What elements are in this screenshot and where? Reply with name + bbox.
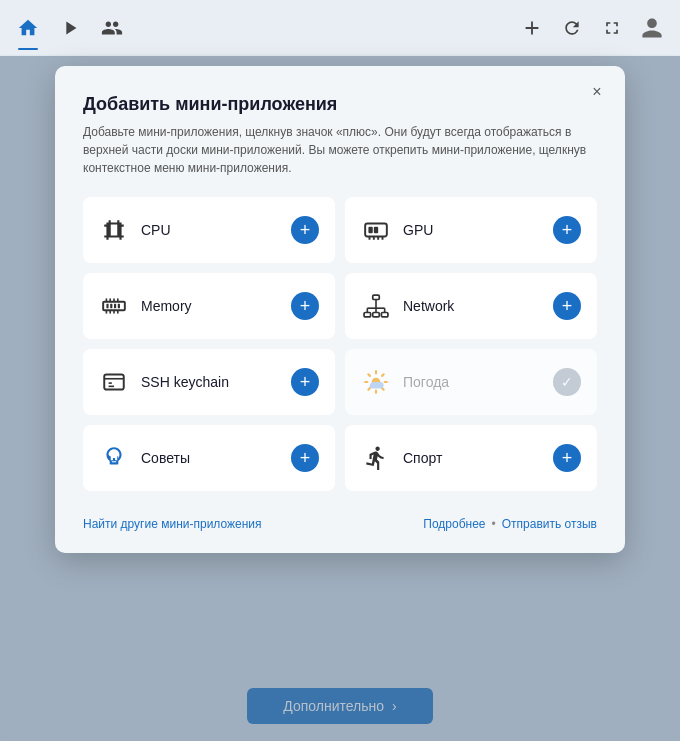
refresh-icon[interactable] [560, 16, 584, 40]
svg-rect-8 [106, 304, 108, 308]
feedback-link[interactable]: Отправить отзыв [502, 517, 597, 531]
widget-name-ssh: SSH keychain [141, 374, 229, 390]
overlay: × Добавить мини-приложения Добавьте мини… [0, 56, 680, 741]
gpu-icon [361, 215, 391, 245]
play-icon[interactable] [58, 16, 82, 40]
svg-rect-1 [368, 227, 372, 234]
svg-rect-2 [374, 227, 378, 234]
weather-added-indicator: ✓ [553, 368, 581, 396]
memory-icon [99, 291, 129, 321]
sport-icon [361, 443, 391, 473]
svg-rect-20 [373, 295, 380, 299]
expand-icon[interactable] [600, 16, 624, 40]
add-tips-button[interactable]: + [291, 444, 319, 472]
widget-left-sport: Спорт [361, 443, 442, 473]
widget-name-gpu: GPU [403, 222, 433, 238]
widget-left-network: Network [361, 291, 454, 321]
modal-dialog: × Добавить мини-приложения Добавьте мини… [55, 66, 625, 553]
widget-card-weather[interactable]: Погода ✓ [345, 349, 597, 415]
widget-grid: CPU + GPU + Me [83, 197, 597, 491]
modal-title: Добавить мини-приложения [83, 94, 597, 115]
widget-card-cpu[interactable]: CPU + [83, 197, 335, 263]
find-more-link[interactable]: Найти другие мини-приложения [83, 517, 262, 531]
widget-left-ssh: SSH keychain [99, 367, 229, 397]
modal-description: Добавьте мини-приложения, щелкнув значок… [83, 123, 597, 177]
taskbar [0, 0, 680, 56]
close-button[interactable]: × [583, 78, 611, 106]
widget-left-gpu: GPU [361, 215, 433, 245]
add-sport-button[interactable]: + [553, 444, 581, 472]
widget-card-ssh[interactable]: SSH keychain + [83, 349, 335, 415]
people-icon[interactable] [100, 16, 124, 40]
widget-name-sport: Спорт [403, 450, 442, 466]
add-network-button[interactable]: + [553, 292, 581, 320]
network-icon [361, 291, 391, 321]
add-gpu-button[interactable]: + [553, 216, 581, 244]
widget-left-cpu: CPU [99, 215, 171, 245]
svg-rect-9 [110, 304, 112, 308]
svg-rect-28 [104, 374, 124, 389]
modal-footer: Найти другие мини-приложения Подробнее •… [83, 509, 597, 531]
tips-icon [99, 443, 129, 473]
add-memory-button[interactable]: + [291, 292, 319, 320]
cpu-icon [99, 215, 129, 245]
widget-left-tips: Советы [99, 443, 190, 473]
svg-rect-10 [114, 304, 116, 308]
ssh-icon [99, 367, 129, 397]
widget-left-weather: Погода [361, 367, 449, 397]
more-link[interactable]: Подробнее [423, 517, 485, 531]
svg-rect-22 [373, 313, 380, 317]
footer-right: Подробнее • Отправить отзыв [423, 517, 597, 531]
add-ssh-button[interactable]: + [291, 368, 319, 396]
widget-card-gpu[interactable]: GPU + [345, 197, 597, 263]
footer-separator: • [492, 517, 496, 531]
add-cpu-button[interactable]: + [291, 216, 319, 244]
home-icon[interactable] [16, 16, 40, 40]
add-icon[interactable] [520, 16, 544, 40]
svg-rect-23 [381, 313, 388, 317]
svg-rect-11 [118, 304, 120, 308]
widget-card-memory[interactable]: Memory + [83, 273, 335, 339]
widget-left-memory: Memory [99, 291, 192, 321]
taskbar-left [16, 16, 124, 40]
widget-name-cpu: CPU [141, 222, 171, 238]
widget-name-weather: Погода [403, 374, 449, 390]
widget-card-network[interactable]: Network + [345, 273, 597, 339]
weather-icon [361, 367, 391, 397]
widget-name-tips: Советы [141, 450, 190, 466]
widget-card-tips[interactable]: Советы + [83, 425, 335, 491]
widget-card-sport[interactable]: Спорт + [345, 425, 597, 491]
widget-name-network: Network [403, 298, 454, 314]
taskbar-right [520, 16, 664, 40]
widget-name-memory: Memory [141, 298, 192, 314]
account-icon[interactable] [640, 16, 664, 40]
svg-rect-21 [364, 313, 371, 317]
